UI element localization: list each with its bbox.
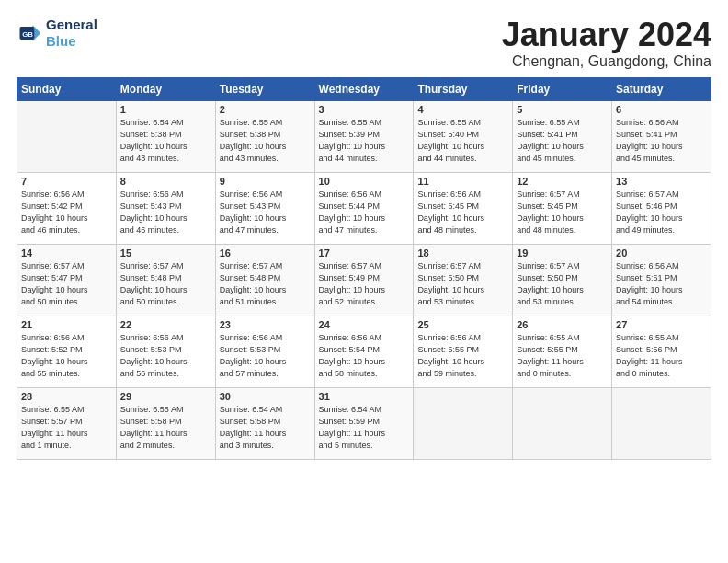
day-number: 4	[417, 104, 508, 115]
header-day-thursday: Thursday	[414, 77, 513, 100]
day-cell: 12Sunrise: 6:57 AM Sunset: 5:45 PM Dayli…	[513, 172, 612, 244]
header-day-wednesday: Wednesday	[314, 77, 414, 100]
svg-text:GB: GB	[22, 30, 33, 39]
day-number: 17	[319, 247, 410, 259]
week-row-2: 7Sunrise: 6:56 AM Sunset: 5:42 PM Daylig…	[17, 172, 711, 244]
day-number: 20	[616, 247, 707, 259]
day-info: Sunrise: 6:57 AM Sunset: 5:50 PM Dayligh…	[417, 260, 508, 308]
day-number: 14	[21, 247, 112, 259]
week-row-3: 14Sunrise: 6:57 AM Sunset: 5:47 PM Dayli…	[17, 244, 711, 316]
day-cell: 7Sunrise: 6:56 AM Sunset: 5:42 PM Daylig…	[17, 172, 117, 244]
day-info: Sunrise: 6:56 AM Sunset: 5:53 PM Dayligh…	[220, 332, 311, 380]
day-cell	[17, 100, 117, 172]
day-info: Sunrise: 6:56 AM Sunset: 5:41 PM Dayligh…	[616, 117, 707, 165]
day-info: Sunrise: 6:57 AM Sunset: 5:46 PM Dayligh…	[616, 189, 707, 236]
day-info: Sunrise: 6:56 AM Sunset: 5:54 PM Dayligh…	[319, 332, 410, 380]
day-cell	[513, 387, 612, 459]
day-cell: 23Sunrise: 6:56 AM Sunset: 5:53 PM Dayli…	[215, 316, 314, 387]
day-cell: 14Sunrise: 6:57 AM Sunset: 5:47 PM Dayli…	[17, 244, 117, 316]
day-info: Sunrise: 6:57 AM Sunset: 5:48 PM Dayligh…	[120, 260, 211, 308]
day-cell: 26Sunrise: 6:55 AM Sunset: 5:55 PM Dayli…	[513, 316, 612, 387]
day-cell: 17Sunrise: 6:57 AM Sunset: 5:49 PM Dayli…	[314, 244, 414, 316]
day-cell: 15Sunrise: 6:57 AM Sunset: 5:48 PM Dayli…	[116, 244, 215, 316]
day-number: 19	[517, 247, 608, 259]
day-cell: 31Sunrise: 6:54 AM Sunset: 5:59 PM Dayli…	[314, 387, 414, 459]
day-info: Sunrise: 6:55 AM Sunset: 5:39 PM Dayligh…	[319, 117, 410, 165]
header-day-sunday: Sunday	[17, 77, 117, 100]
day-cell: 19Sunrise: 6:57 AM Sunset: 5:50 PM Dayli…	[513, 244, 612, 316]
day-number: 12	[517, 176, 608, 187]
page-container: GB General Blue January 2024 Chengnan, G…	[0, 0, 728, 469]
day-number: 28	[21, 391, 112, 402]
day-info: Sunrise: 6:56 AM Sunset: 5:43 PM Dayligh…	[220, 189, 311, 236]
day-info: Sunrise: 6:55 AM Sunset: 5:57 PM Dayligh…	[21, 404, 112, 452]
day-cell: 2Sunrise: 6:55 AM Sunset: 5:38 PM Daylig…	[215, 100, 314, 172]
day-cell: 6Sunrise: 6:56 AM Sunset: 5:41 PM Daylig…	[612, 100, 711, 172]
day-number: 5	[517, 104, 608, 115]
day-number: 9	[220, 176, 311, 187]
day-info: Sunrise: 6:56 AM Sunset: 5:44 PM Dayligh…	[319, 189, 410, 236]
day-number: 8	[120, 176, 211, 187]
week-row-5: 28Sunrise: 6:55 AM Sunset: 5:57 PM Dayli…	[17, 387, 711, 459]
day-info: Sunrise: 6:55 AM Sunset: 5:55 PM Dayligh…	[517, 332, 608, 380]
day-cell: 5Sunrise: 6:55 AM Sunset: 5:41 PM Daylig…	[513, 100, 612, 172]
day-number: 13	[616, 176, 707, 187]
day-number: 15	[120, 247, 211, 259]
day-cell: 10Sunrise: 6:56 AM Sunset: 5:44 PM Dayli…	[314, 172, 414, 244]
day-cell: 20Sunrise: 6:56 AM Sunset: 5:51 PM Dayli…	[612, 244, 711, 316]
logo: GB General Blue	[17, 17, 97, 50]
day-cell: 4Sunrise: 6:55 AM Sunset: 5:40 PM Daylig…	[414, 100, 513, 172]
header-day-saturday: Saturday	[612, 77, 711, 100]
day-number: 1	[120, 104, 211, 115]
header-day-friday: Friday	[513, 77, 612, 100]
day-number: 31	[319, 391, 410, 402]
day-info: Sunrise: 6:56 AM Sunset: 5:42 PM Dayligh…	[21, 189, 112, 236]
day-cell	[612, 387, 711, 459]
day-number: 23	[220, 319, 311, 330]
week-row-1: 1Sunrise: 6:54 AM Sunset: 5:38 PM Daylig…	[17, 100, 711, 172]
day-info: Sunrise: 6:57 AM Sunset: 5:48 PM Dayligh…	[220, 260, 311, 308]
day-info: Sunrise: 6:56 AM Sunset: 5:55 PM Dayligh…	[417, 332, 508, 380]
day-number: 18	[417, 247, 508, 259]
day-number: 24	[319, 319, 410, 330]
header-day-monday: Monday	[116, 77, 215, 100]
day-number: 25	[417, 319, 508, 330]
day-cell: 13Sunrise: 6:57 AM Sunset: 5:46 PM Dayli…	[612, 172, 711, 244]
day-cell: 28Sunrise: 6:55 AM Sunset: 5:57 PM Dayli…	[17, 387, 117, 459]
day-cell: 25Sunrise: 6:56 AM Sunset: 5:55 PM Dayli…	[414, 316, 513, 387]
day-number: 21	[21, 319, 112, 330]
day-number: 27	[616, 319, 707, 330]
day-number: 2	[220, 104, 311, 115]
title-block: January 2024 Chengnan, Guangdong, China	[502, 17, 711, 70]
logo-icon: GB	[17, 20, 42, 46]
day-info: Sunrise: 6:57 AM Sunset: 5:50 PM Dayligh…	[517, 260, 608, 308]
day-info: Sunrise: 6:56 AM Sunset: 5:45 PM Dayligh…	[417, 189, 508, 236]
calendar-table: SundayMondayTuesdayWednesdayThursdayFrid…	[17, 77, 711, 460]
day-cell: 27Sunrise: 6:55 AM Sunset: 5:56 PM Dayli…	[612, 316, 711, 387]
day-info: Sunrise: 6:55 AM Sunset: 5:38 PM Dayligh…	[220, 117, 311, 165]
day-info: Sunrise: 6:56 AM Sunset: 5:51 PM Dayligh…	[616, 260, 707, 308]
day-cell: 21Sunrise: 6:56 AM Sunset: 5:52 PM Dayli…	[17, 316, 117, 387]
day-cell: 22Sunrise: 6:56 AM Sunset: 5:53 PM Dayli…	[116, 316, 215, 387]
logo-text: General Blue	[46, 17, 97, 50]
day-info: Sunrise: 6:54 AM Sunset: 5:38 PM Dayligh…	[120, 117, 211, 165]
day-number: 7	[21, 176, 112, 187]
day-info: Sunrise: 6:56 AM Sunset: 5:43 PM Dayligh…	[120, 189, 211, 236]
day-number: 22	[120, 319, 211, 330]
day-cell: 11Sunrise: 6:56 AM Sunset: 5:45 PM Dayli…	[414, 172, 513, 244]
day-number: 26	[517, 319, 608, 330]
day-number: 16	[220, 247, 311, 259]
week-row-4: 21Sunrise: 6:56 AM Sunset: 5:52 PM Dayli…	[17, 316, 711, 387]
day-number: 10	[319, 176, 410, 187]
day-cell: 16Sunrise: 6:57 AM Sunset: 5:48 PM Dayli…	[215, 244, 314, 316]
day-info: Sunrise: 6:54 AM Sunset: 5:58 PM Dayligh…	[220, 404, 311, 452]
day-info: Sunrise: 6:56 AM Sunset: 5:52 PM Dayligh…	[21, 332, 112, 380]
day-info: Sunrise: 6:57 AM Sunset: 5:49 PM Dayligh…	[319, 260, 410, 308]
day-info: Sunrise: 6:55 AM Sunset: 5:56 PM Dayligh…	[616, 332, 707, 380]
day-info: Sunrise: 6:57 AM Sunset: 5:47 PM Dayligh…	[21, 260, 112, 308]
day-cell: 18Sunrise: 6:57 AM Sunset: 5:50 PM Dayli…	[414, 244, 513, 316]
day-cell: 1Sunrise: 6:54 AM Sunset: 5:38 PM Daylig…	[116, 100, 215, 172]
day-info: Sunrise: 6:57 AM Sunset: 5:45 PM Dayligh…	[517, 189, 608, 236]
day-number: 29	[120, 391, 211, 402]
day-cell	[414, 387, 513, 459]
